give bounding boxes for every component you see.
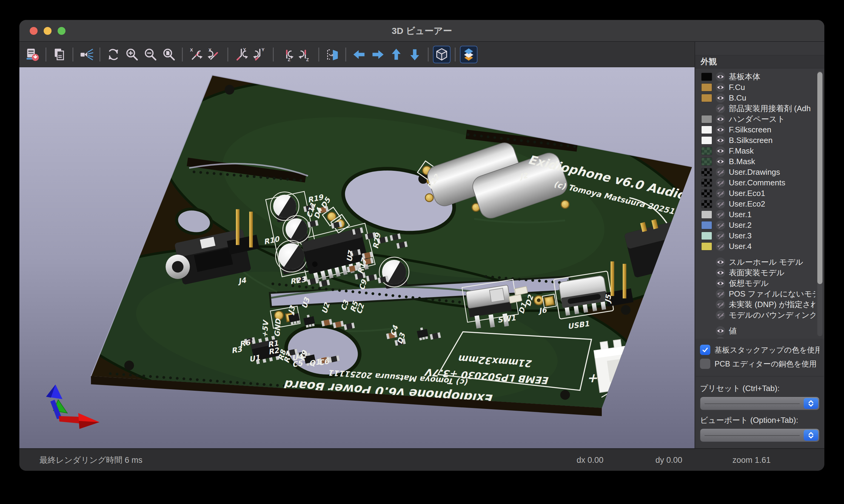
layer-color-swatch[interactable] — [701, 126, 712, 134]
visibility-on-eye-icon[interactable] — [716, 125, 725, 134]
visibility-on-eye-icon[interactable] — [716, 93, 725, 103]
visibility-off-eye-icon[interactable] — [716, 199, 725, 209]
scrollbar-thumb[interactable] — [817, 72, 823, 284]
layer-row-User.Drawings: User.Drawings — [701, 167, 815, 178]
visibility-off-eye-icon[interactable] — [716, 178, 725, 187]
option-label: 基板スタックアップの色を使用 — [714, 345, 820, 355]
layer-color-swatch[interactable] — [701, 232, 712, 240]
layer-color-swatch — [701, 258, 712, 266]
stepper-icon[interactable] — [804, 398, 818, 409]
visibility-on-eye-icon[interactable] — [716, 257, 725, 267]
divider — [696, 376, 824, 377]
zoom-status: zoom 1.61 — [733, 449, 771, 471]
toolbar-separator — [72, 48, 73, 61]
visibility-off-eye-icon[interactable] — [716, 220, 725, 230]
dx-status: dx 0.00 — [576, 449, 604, 471]
visibility-off-eye-icon[interactable] — [716, 300, 725, 309]
layer-row-B.Cu: B.Cu — [701, 93, 815, 103]
copy-image-button[interactable] — [51, 46, 68, 63]
visibility-on-eye-icon[interactable] — [716, 326, 725, 336]
silkscreen-text: +5V — [260, 319, 270, 338]
appearance-manager-button[interactable] — [460, 46, 478, 63]
visibility-on-eye-icon[interactable] — [716, 268, 725, 277]
status-bar: 最終レンダリング時間 6 ms dx 0.00 dy 0.00 zoom 1.6… — [19, 448, 824, 471]
zoom-in-button[interactable] — [123, 46, 141, 63]
toolbar-separator — [100, 48, 100, 61]
layer-color-swatch[interactable] — [701, 147, 712, 155]
layer-color-swatch[interactable] — [701, 189, 712, 197]
rotate-y-counterclockwise-button[interactable]: Y — [251, 46, 269, 63]
toolbar-separator — [227, 48, 228, 61]
toolbar-separator — [273, 48, 274, 61]
layer-color-swatch — [701, 337, 712, 339]
scrollbar-track[interactable] — [817, 71, 823, 336]
layer-row-基板本体: 基板本体 — [701, 71, 815, 82]
visibility-off-eye-icon[interactable] — [716, 104, 725, 113]
layer-color-swatch[interactable] — [701, 83, 712, 91]
export-data-button[interactable] — [24, 46, 41, 63]
layer-color-swatch[interactable] — [701, 211, 712, 219]
rotate-x-clockwise-button[interactable]: X — [187, 46, 205, 63]
visibility-off-eye-icon[interactable] — [716, 167, 725, 177]
render-options: 基板スタックアップの色を使用PCB エディターの銅色を使用 — [695, 339, 824, 371]
refresh-view-button[interactable] — [105, 46, 122, 63]
checkbox-unchecked[interactable] — [700, 359, 710, 369]
render-options-button[interactable] — [77, 46, 95, 63]
rotate-y-clockwise-button[interactable]: Y — [232, 46, 250, 63]
visibility-off-eye-icon[interactable] — [716, 189, 725, 198]
pan-up-button[interactable] — [387, 46, 405, 63]
pan-down-button[interactable] — [406, 46, 424, 63]
silkscreen-text: + — [587, 371, 597, 385]
3d-render-canvas[interactable]: Exidiophone v6.0 Audio Board(c) Tomoya M… — [19, 67, 694, 448]
appearance-panel: 外観 基板本体F.CuB.Cu部品実装用接着剤 (AdhハンダペーストF.Sil… — [694, 42, 824, 448]
visibility-on-eye-icon[interactable] — [716, 83, 725, 92]
viewport-3d[interactable]: Exidiophone v6.0 Audio Board(c) Tomoya M… — [19, 67, 694, 448]
layer-color-swatch[interactable] — [701, 221, 712, 229]
layer-row-ハンダペースト: ハンダペースト — [701, 114, 815, 125]
visibility-off-eye-icon[interactable] — [716, 289, 725, 299]
preset-select[interactable] — [700, 397, 820, 410]
visibility-on-eye-icon[interactable] — [716, 157, 725, 166]
rotate-z-clockwise-button[interactable]: Z — [278, 46, 296, 63]
layer-color-swatch[interactable] — [701, 158, 712, 166]
preset-label: プリセット (Ctrl+Tab): — [695, 378, 824, 397]
layer-color-swatch[interactable] — [701, 94, 712, 102]
visibility-off-eye-icon[interactable] — [716, 231, 725, 240]
layer-color-swatch — [701, 327, 712, 335]
layer-label: 仮想モデル — [729, 278, 769, 289]
stepper-icon[interactable] — [804, 430, 818, 441]
layer-color-swatch[interactable] — [701, 73, 712, 81]
layer-color-swatch[interactable] — [701, 179, 712, 187]
zoom-out-button[interactable] — [142, 46, 159, 63]
checkbox-checked[interactable] — [700, 345, 710, 355]
visibility-off-eye-icon[interactable] — [716, 210, 725, 219]
layer-color-swatch[interactable] — [701, 200, 712, 208]
visibility-on-eye-icon[interactable] — [716, 146, 725, 156]
layer-color-swatch[interactable] — [701, 168, 712, 176]
pan-right-button[interactable] — [369, 46, 386, 63]
layer-row-User.Eco1: User.Eco1 — [701, 188, 815, 199]
layer-label: 値 — [729, 326, 737, 336]
rotate-z-counterclockwise-button[interactable]: Z — [296, 46, 314, 63]
layer-color-swatch[interactable] — [701, 242, 712, 251]
visibility-off-eye-icon[interactable] — [716, 310, 725, 320]
layer-row-User.1: User.1 — [701, 209, 815, 220]
visibility-on-eye-icon[interactable] — [716, 72, 725, 82]
appearance-header: 外観 — [695, 55, 824, 69]
flip-board-button[interactable] — [324, 46, 341, 63]
visibility-on-eye-icon[interactable] — [716, 114, 725, 124]
visibility-off-eye-icon[interactable] — [716, 242, 725, 251]
viewport-select[interactable] — [700, 429, 820, 442]
visibility-on-eye-icon[interactable] — [716, 136, 725, 145]
pan-left-button[interactable] — [350, 46, 368, 63]
zoom-to-fit-button[interactable] — [160, 46, 178, 63]
window-title: 3D ビューアー — [19, 20, 824, 42]
layer-color-swatch[interactable] — [701, 115, 712, 123]
orthographic-projection-button[interactable] — [433, 46, 450, 63]
visibility-on-eye-icon[interactable] — [716, 278, 725, 288]
visibility-on-eye-icon[interactable] — [716, 337, 725, 339]
rotate-x-counterclockwise-button[interactable]: X — [206, 46, 223, 63]
toolbar-separator — [46, 48, 46, 61]
dy-status: dy 0.00 — [655, 449, 683, 471]
layer-color-swatch[interactable] — [701, 136, 712, 144]
